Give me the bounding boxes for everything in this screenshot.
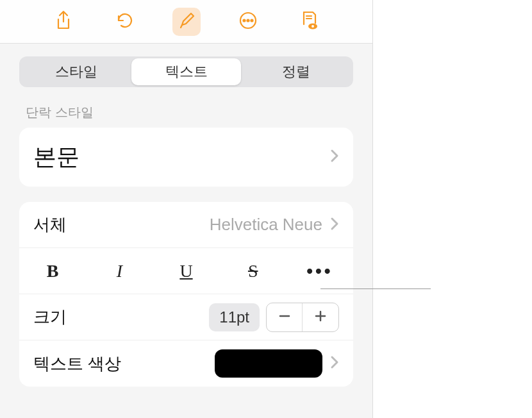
paragraph-style-card: 본문 <box>19 128 353 187</box>
format-tabs: 스타일 텍스트 정렬 <box>19 56 353 87</box>
size-row: 크기 11pt <box>19 294 353 340</box>
underline-button[interactable]: U <box>153 248 219 294</box>
size-decrease-button[interactable] <box>267 303 303 331</box>
more-text-options-button[interactable]: ••• <box>287 261 353 281</box>
chevron-right-icon <box>330 355 339 372</box>
tab-text[interactable]: 텍스트 <box>131 58 242 85</box>
plus-icon <box>313 309 328 326</box>
size-label: 크기 <box>33 306 67 328</box>
size-increase-button[interactable] <box>303 303 338 331</box>
text-color-label: 텍스트 색상 <box>33 353 121 375</box>
bold-button[interactable]: B <box>19 248 86 294</box>
svg-point-1 <box>243 19 245 21</box>
paragraph-style-row[interactable]: 본문 <box>19 128 353 187</box>
text-format-card: 서체 Helvetica Neue B I U S ••• 크기 11pt <box>19 202 353 387</box>
svg-point-3 <box>251 19 253 21</box>
font-value: Helvetica Neue <box>210 215 322 235</box>
paintbrush-icon <box>177 11 196 33</box>
text-color-swatch[interactable] <box>215 349 322 378</box>
font-label: 서체 <box>33 213 67 236</box>
format-button[interactable] <box>172 8 201 36</box>
strikethrough-button[interactable]: S <box>220 248 287 294</box>
share-button[interactable] <box>49 8 78 36</box>
paragraph-style-label: 단락 스타일 <box>0 95 372 128</box>
text-color-row[interactable]: 텍스트 색상 <box>19 340 353 387</box>
size-value[interactable]: 11pt <box>209 303 260 331</box>
format-panel: 스타일 텍스트 정렬 단락 스타일 본문 서체 Helvetica Neue B… <box>0 0 373 418</box>
tab-style[interactable]: 스타일 <box>21 58 131 85</box>
undo-icon <box>115 11 135 33</box>
italic-button[interactable]: I <box>86 248 153 294</box>
chevron-right-icon <box>330 217 339 233</box>
size-stepper <box>266 303 339 332</box>
svg-point-5 <box>312 25 314 28</box>
paragraph-style-name: 본문 <box>33 142 79 173</box>
callout-line <box>320 288 431 289</box>
minus-icon <box>278 309 292 326</box>
text-style-row: B I U S ••• <box>19 248 353 294</box>
undo-button[interactable] <box>111 8 139 36</box>
more-circle-icon <box>238 11 258 33</box>
font-row[interactable]: 서체 Helvetica Neue <box>19 202 353 248</box>
document-view-button[interactable] <box>295 8 324 36</box>
top-toolbar <box>0 0 372 44</box>
svg-point-2 <box>247 19 249 21</box>
more-button[interactable] <box>234 8 262 36</box>
tab-alignment[interactable]: 정렬 <box>241 58 351 85</box>
chevron-right-icon <box>330 149 339 165</box>
share-icon <box>54 10 72 33</box>
document-eye-icon <box>300 10 319 33</box>
